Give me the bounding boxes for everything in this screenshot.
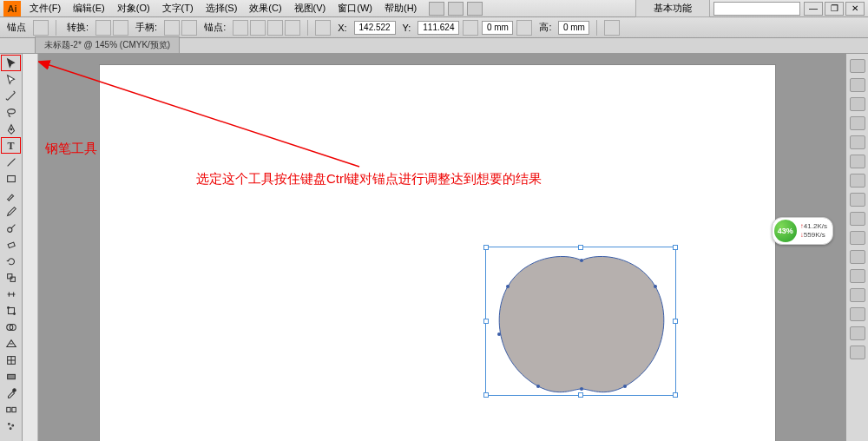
svg-point-1 (10, 128, 12, 130)
title-tool-3[interactable] (467, 2, 483, 16)
w-input[interactable] (482, 21, 513, 35)
right-panel-icon[interactable] (850, 174, 865, 188)
ref-point-widget[interactable] (315, 20, 331, 36)
height-label: 高: (536, 21, 555, 34)
link-wh-button[interactable] (516, 20, 532, 36)
document-tab[interactable]: 未标题-2* @ 145% (CMYK/预览) (35, 36, 180, 53)
anchor-btn-1[interactable] (33, 20, 49, 36)
free-transform-tool[interactable] (2, 303, 21, 319)
svg-point-17 (12, 389, 16, 392)
right-panel-icon[interactable] (850, 307, 865, 321)
paintbrush-tool[interactable] (2, 188, 21, 203)
rotate-tool[interactable] (2, 253, 21, 269)
gradient-tool[interactable] (2, 369, 21, 385)
x-input[interactable] (354, 21, 396, 35)
right-panel-icon[interactable] (850, 59, 865, 73)
title-tool-2[interactable] (448, 2, 464, 16)
bbox-handle-sw[interactable] (483, 392, 489, 398)
bbox-handle-s[interactable] (578, 392, 583, 398)
handle-btn-1[interactable] (164, 20, 180, 36)
svg-point-9 (7, 307, 9, 309)
menu-window[interactable]: 窗口(W) (332, 0, 378, 16)
anchor2-btn-3[interactable] (267, 20, 283, 36)
bbox-handle-nw[interactable] (483, 245, 489, 250)
svg-rect-18 (6, 407, 10, 411)
title-tool-1[interactable] (429, 2, 444, 16)
window-maximize-button[interactable]: ❐ (825, 2, 844, 16)
svg-rect-7 (10, 277, 15, 281)
right-panel-icon[interactable] (850, 269, 865, 283)
menu-object[interactable]: 对象(O) (112, 0, 155, 16)
convert-corner-button[interactable] (95, 20, 111, 36)
direct-selection-tool[interactable] (2, 72, 21, 88)
right-panel-icon[interactable] (850, 326, 865, 340)
bounding-box[interactable] (485, 247, 676, 396)
lasso-tool[interactable] (2, 105, 21, 121)
shape-builder-tool[interactable] (2, 319, 21, 335)
window-minimize-button[interactable]: — (804, 2, 823, 16)
artboard[interactable] (99, 64, 776, 441)
menu-select[interactable]: 选择(S) (201, 0, 243, 16)
extra-btn-1[interactable] (604, 20, 620, 36)
y-input[interactable] (418, 21, 459, 35)
right-panel-icon[interactable] (850, 346, 865, 359)
svg-rect-19 (11, 407, 15, 411)
window-close-button[interactable]: ✕ (845, 2, 865, 16)
bbox-handle-ne[interactable] (673, 245, 678, 250)
bbox-handle-n[interactable] (578, 245, 583, 250)
anchor2-btn-4[interactable] (285, 20, 300, 36)
blend-tool[interactable] (2, 402, 21, 418)
svg-rect-3 (7, 176, 15, 182)
eraser-tool[interactable] (2, 237, 21, 253)
control-bar: 锚点 转换: 手柄: 锚点: X: Y: 高: (0, 17, 868, 38)
right-panel-icon[interactable] (850, 116, 865, 130)
bbox-handle-e[interactable] (673, 319, 678, 324)
symbol-sprayer-tool[interactable] (2, 418, 21, 434)
right-panel-icon[interactable] (850, 231, 865, 245)
annotation-pen-tool: 钢笔工具 (45, 141, 97, 157)
h-input[interactable] (558, 21, 589, 35)
menu-effect[interactable]: 效果(C) (244, 0, 286, 16)
right-panel-icon[interactable] (850, 250, 865, 264)
menu-file[interactable]: 文件(F) (24, 0, 66, 16)
canvas-area[interactable]: 钢笔工具 选定这个工具按住键盘Ctrl键对锚点进行调整达到想要的结果 (38, 54, 837, 441)
title-toolbar-icons (429, 2, 483, 16)
anchor-label: 锚点 (3, 21, 30, 34)
wh-lock-button[interactable] (463, 20, 478, 36)
scale-tool[interactable] (2, 270, 21, 286)
workspace-switcher[interactable]: 基本功能 (635, 0, 710, 17)
width-tool[interactable] (2, 286, 21, 302)
magic-wand-tool[interactable] (2, 89, 21, 104)
anchor2-btn-2[interactable] (250, 20, 266, 36)
handle-btn-2[interactable] (181, 20, 197, 36)
perspective-tool[interactable] (2, 336, 21, 352)
bbox-handle-w[interactable] (483, 319, 489, 324)
pencil-tool[interactable] (2, 204, 21, 220)
right-panel-icon[interactable] (850, 135, 865, 149)
network-badge: 43% 41.2K/s 559K/s (772, 217, 833, 245)
pen-tool[interactable] (2, 122, 21, 137)
search-input[interactable] (713, 2, 800, 16)
anchor2-btn-1[interactable] (233, 20, 248, 36)
svg-rect-6 (7, 274, 11, 279)
right-panel-icon[interactable] (850, 78, 865, 92)
right-panel-icon[interactable] (850, 193, 865, 207)
selected-shape[interactable] (490, 252, 673, 398)
right-panel-icon[interactable] (850, 97, 865, 111)
bbox-handle-se[interactable] (673, 392, 678, 398)
right-panel-icon[interactable] (850, 212, 865, 226)
eyedropper-tool[interactable] (2, 385, 21, 401)
menu-help[interactable]: 帮助(H) (379, 0, 422, 16)
menu-edit[interactable]: 编辑(E) (68, 0, 110, 16)
menu-type[interactable]: 文字(T) (157, 0, 199, 16)
mesh-tool[interactable] (2, 352, 21, 368)
right-panel-icon[interactable] (850, 155, 865, 168)
right-panel-icon[interactable] (850, 288, 865, 302)
blob-brush-tool[interactable] (2, 220, 21, 236)
type-tool[interactable]: T (2, 138, 21, 154)
selection-tool[interactable] (2, 56, 21, 71)
menu-view[interactable]: 视图(V) (289, 0, 332, 16)
rectangle-tool[interactable] (2, 171, 21, 187)
line-tool[interactable] (2, 155, 21, 170)
convert-smooth-button[interactable] (113, 20, 128, 36)
